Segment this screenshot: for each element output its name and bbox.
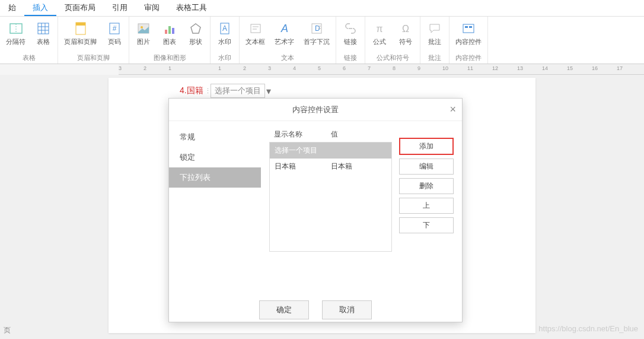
col-display-name: 显示名称 <box>274 129 331 140</box>
textbox-button[interactable]: 文本框 <box>243 19 267 47</box>
add-button[interactable]: 添加 <box>399 138 454 155</box>
svg-rect-15 <box>172 28 174 34</box>
cancel-button[interactable]: 取消 <box>322 300 372 319</box>
svg-rect-14 <box>168 26 171 34</box>
table-icon <box>35 20 52 37</box>
ribbon-group-header-footer: 页眉和页脚 # 页码 页眉和页脚 <box>58 17 129 64</box>
page-number-button[interactable]: # 页码 <box>104 19 125 47</box>
page-number-icon: # <box>106 20 123 37</box>
split-icon <box>8 20 24 37</box>
list-row[interactable]: 选择一个项目 <box>270 142 391 159</box>
button-column: 添加 编辑 删除 上 下 <box>399 127 454 287</box>
header-footer-button[interactable]: 页眉和页脚 <box>62 19 99 47</box>
svg-rect-8 <box>76 23 85 26</box>
ribbon-group-table: 分隔符 表格 表格 <box>0 17 58 64</box>
dropcap-button[interactable]: D 首字下沉 <box>301 19 332 47</box>
svg-rect-30 <box>465 26 468 28</box>
dialog-title: 内容控件设置 <box>292 104 339 115</box>
tab-table-tools[interactable]: 表格工具 <box>168 0 215 16</box>
list-row[interactable]: 日本籍 日本籍 <box>270 159 391 175</box>
symbol-icon: Ω <box>397 20 414 37</box>
close-icon[interactable]: × <box>449 103 456 116</box>
equation-icon: π <box>371 20 388 37</box>
dropdown-value: 选择一个项目 <box>215 85 261 96</box>
svg-text:π: π <box>376 24 382 34</box>
svg-rect-19 <box>251 24 260 33</box>
dropdown-control[interactable]: 选择一个项目 <box>211 84 265 98</box>
ruler: 3211234567891011121314151617 <box>119 64 644 75</box>
tab-page-layout[interactable]: 页面布局 <box>56 0 104 16</box>
ribbon-group-images: 图片 图表 形状 图像和图形 <box>129 17 211 64</box>
dialog-sidebar: 常规 锁定 下拉列表 <box>169 121 261 293</box>
col-value: 值 <box>331 129 388 140</box>
header-footer-icon <box>72 20 89 37</box>
picture-button[interactable]: 图片 <box>133 19 154 47</box>
ribbon-group-link: 链接 链接 <box>336 17 365 64</box>
content-control-button[interactable]: 内容控件 <box>453 19 484 47</box>
svg-text:Ω: Ω <box>402 24 409 34</box>
field-handle-icon[interactable]: ⋮⋮ <box>205 87 209 95</box>
wordart-icon: A <box>276 20 293 37</box>
ribbon-group-content-control: 内容控件 内容控件 <box>449 17 488 64</box>
equation-button[interactable]: π 公式 <box>369 19 390 47</box>
shape-icon <box>187 20 204 37</box>
page-indicator: 页 <box>4 325 11 335</box>
list-box[interactable]: 选择一个项目 日本籍 日本籍 <box>269 142 392 252</box>
svg-point-12 <box>141 26 143 28</box>
ribbon-group-text: 文本框 A 艺术字 D 首字下沉 文本 <box>240 17 336 64</box>
delete-button[interactable]: 删除 <box>399 178 454 194</box>
svg-rect-2 <box>38 23 49 34</box>
watermark-text: https://blog.csdn.net/En_blue <box>538 324 638 333</box>
wordart-button[interactable]: A 艺术字 <box>272 19 297 47</box>
separator-button[interactable]: 分隔符 <box>4 19 28 47</box>
content-control-icon <box>460 20 477 37</box>
tab-start[interactable]: 始 <box>0 0 24 16</box>
link-button[interactable]: 链接 <box>340 19 361 47</box>
dialog-header: 内容控件设置 × <box>169 99 462 121</box>
list-header: 显示名称 值 <box>269 127 392 142</box>
svg-rect-29 <box>463 24 474 33</box>
shape-button[interactable]: 形状 <box>185 19 206 47</box>
sidebar-item-lock[interactable]: 锁定 <box>169 147 261 167</box>
move-down-button[interactable]: 下 <box>399 217 454 233</box>
tab-references[interactable]: 引用 <box>104 0 136 16</box>
watermark-button[interactable]: A 水印 <box>214 19 235 47</box>
ribbon-group-equation: π 公式 Ω 符号 公式和符号 <box>365 17 420 64</box>
picture-icon <box>135 20 152 37</box>
table-button[interactable]: 表格 <box>33 19 54 47</box>
symbol-button[interactable]: Ω 符号 <box>395 19 416 47</box>
chart-icon <box>161 20 178 37</box>
move-up-button[interactable]: 上 <box>399 198 454 214</box>
chevron-down-icon[interactable]: ▾ <box>266 85 273 97</box>
dialog-footer: 确定 取消 <box>169 293 462 327</box>
chart-button[interactable]: 图表 <box>159 19 180 47</box>
field-label: 4.国籍 <box>180 85 203 96</box>
svg-rect-31 <box>469 26 472 28</box>
svg-marker-16 <box>191 24 200 33</box>
svg-text:#: # <box>113 24 117 33</box>
main-tabs: 始 插入 页面布局 引用 审阅 表格工具 <box>0 0 644 17</box>
sidebar-item-dropdown-list[interactable]: 下拉列表 <box>169 167 261 188</box>
dropcap-icon: D <box>308 20 325 37</box>
ribbon-group-comment: 批注 批注 <box>420 17 449 64</box>
comment-icon <box>426 20 443 37</box>
textbox-icon <box>247 20 264 37</box>
edit-button[interactable]: 编辑 <box>399 159 454 175</box>
dialog-content: 显示名称 值 选择一个项目 日本籍 日本籍 添加 编辑 删除 <box>261 121 462 293</box>
comment-button[interactable]: 批注 <box>424 19 445 47</box>
svg-text:A: A <box>222 24 227 33</box>
ribbon-group-watermark: A 水印 水印 <box>211 17 240 64</box>
content-control-settings-dialog: 内容控件设置 × 常规 锁定 下拉列表 显示名称 值 选择一个项目 <box>168 98 463 322</box>
link-icon <box>342 20 359 37</box>
tab-review[interactable]: 审阅 <box>136 0 168 16</box>
tab-insert[interactable]: 插入 <box>24 0 56 16</box>
svg-rect-13 <box>165 30 167 34</box>
ribbon: 分隔符 表格 表格 页眉和页脚 # 页码 页眉和页脚 图片 <box>0 17 644 64</box>
watermark-icon: A <box>216 20 233 37</box>
svg-text:A: A <box>280 23 288 34</box>
field-sample: 4.国籍 ⋮⋮ 选择一个项目 ▾ <box>180 84 273 98</box>
sidebar-item-general[interactable]: 常规 <box>169 127 261 147</box>
ok-button[interactable]: 确定 <box>259 300 309 319</box>
